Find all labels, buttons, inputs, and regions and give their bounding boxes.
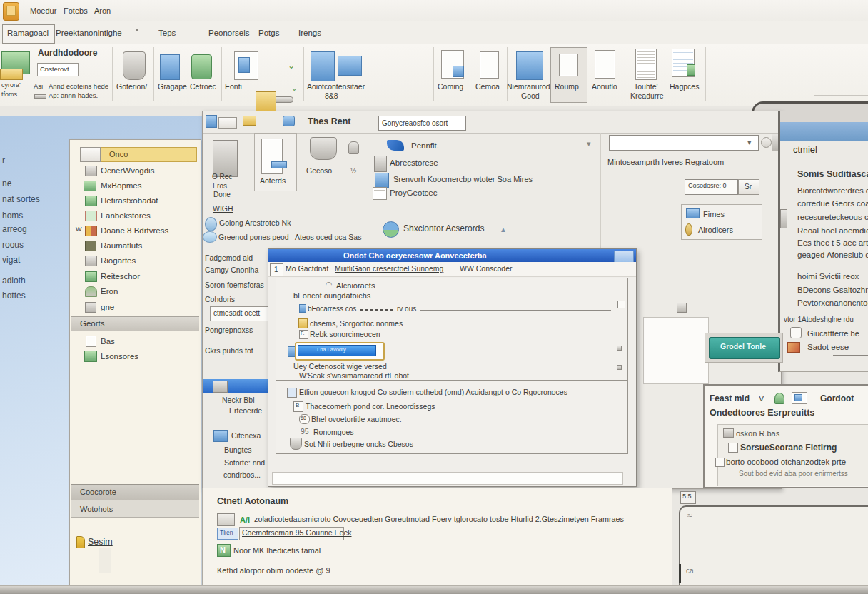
screen-icon[interactable] (338, 56, 362, 76)
funnel-icon[interactable] (310, 137, 337, 160)
mail-icon[interactable] (243, 116, 256, 126)
back-button[interactable] (80, 147, 101, 162)
person-icon[interactable] (206, 115, 217, 128)
folder-item[interactable]: Bas (101, 337, 115, 346)
option-row[interactable]: borto ocobood otchanzodtek prte (726, 458, 846, 467)
highlight-folder-icon[interactable] (256, 91, 276, 111)
combo-caret-icon[interactable]: ▾ (747, 138, 752, 146)
ribbon-button-label[interactable]: Touhte' (634, 83, 658, 91)
list-item[interactable]: Pennfit. (411, 141, 439, 151)
dialog-row[interactable]: Sot Nhli oerbegne oncks Cbesos (304, 441, 413, 449)
dialog-row[interactable]: Ronomgoes (313, 428, 354, 437)
filter-icon[interactable] (123, 51, 146, 80)
folder-item[interactable]: Riogartes (101, 256, 136, 266)
bottom-link[interactable]: zoladicotedausmicroto Covoceuedten Goreu… (254, 515, 624, 524)
v-glyph[interactable]: V (759, 394, 764, 403)
dialog-row[interactable]: Thacecomerh pond cor. Lneoordissegs (306, 403, 435, 411)
footer-bar[interactable] (272, 472, 623, 485)
folder-item[interactable]: Raumatluts (101, 241, 142, 251)
dialog-row[interactable]: Bhel ovoetortitle xautmoec. (311, 416, 402, 424)
tool-item[interactable]: Goiong Arestroteb Nk (219, 219, 291, 228)
strip-label[interactable]: Erteoerde (229, 407, 262, 416)
form-icon[interactable] (595, 50, 615, 79)
panel-item[interactable]: Sadot eese (807, 343, 849, 352)
section-item[interactable]: Rebk sonorcimeocen (310, 331, 380, 339)
monitor-icon[interactable] (516, 51, 543, 80)
list-item[interactable]: Shxclontor Acserords (403, 224, 484, 233)
tool-label[interactable]: Fros (213, 182, 227, 190)
ribbon-button-label[interactable]: Gragape (158, 83, 187, 91)
bottom-link2[interactable]: Coemofrseman 95 Gourine Eeek (242, 529, 352, 538)
cabinet-icon[interactable] (160, 54, 180, 80)
nav-edge-item[interactable]: nat sortes (2, 195, 40, 204)
menu-item[interactable]: Aron (94, 6, 111, 15)
ribbon-button-label[interactable]: Aoiotcontensitaer (307, 83, 365, 91)
nav-edge-item[interactable]: ne (2, 179, 11, 188)
nav-edge-item[interactable]: roous (2, 241, 24, 250)
option-item[interactable]: Fimes (703, 210, 725, 218)
panel-scrollbar-thumb[interactable] (780, 209, 787, 228)
option-row[interactable]: SorsueSeorane Fietirng (740, 443, 837, 453)
strip-label[interactable]: Bungtes (224, 446, 252, 455)
dialog-row[interactable]: Etlion gouecon knogod Co sodiern cothebd… (299, 388, 567, 397)
comment-icon[interactable] (283, 116, 295, 126)
tool-item[interactable]: Ateos oced oca Sas (295, 233, 361, 242)
menu-text[interactable]: MuitliGaon creserctoel Sunoemg (335, 265, 443, 273)
folder-item[interactable]: Reiteschor (101, 272, 140, 281)
list-item[interactable]: ProyGeotcec (390, 188, 437, 198)
combo-side-button[interactable] (761, 137, 772, 148)
person-box-icon[interactable] (311, 51, 335, 81)
menu-item[interactable]: Moedur (30, 6, 56, 15)
folder-item[interactable]: Fanbekstores (101, 211, 151, 221)
ribbon-button-label[interactable]: Hagpces (670, 83, 699, 91)
section-item[interactable]: chsems, Sorgodtoc nonmes (310, 320, 403, 328)
options-right-label[interactable]: Gordoot (820, 394, 854, 403)
layout-icon[interactable] (213, 140, 238, 177)
ribbon-button-label[interactable]: Eonti (225, 83, 242, 91)
small-button[interactable] (218, 117, 237, 129)
menu-text[interactable]: Mo Gactdnaf (286, 265, 328, 273)
close-button[interactable] (614, 251, 634, 263)
nav-edge-item[interactable]: homs (2, 211, 23, 221)
bottom-line[interactable]: Noor MK lhedicetis tamal (233, 546, 321, 555)
nav-edge-item[interactable]: hottes (2, 291, 26, 301)
tab-label[interactable]: Ramagoaci (7, 29, 49, 37)
flag-item-label[interactable]: Sesim (88, 538, 113, 548)
menu-item[interactable]: Fotebs (64, 6, 88, 15)
option-checkbox[interactable] (728, 443, 738, 453)
strip-label[interactable]: condrbos... (223, 471, 261, 480)
table-icon[interactable] (635, 49, 657, 80)
option-checkbox[interactable] (715, 458, 725, 467)
strip-label[interactable]: Neckr Bbi (222, 396, 255, 405)
nav-edge-item[interactable]: r (2, 156, 5, 166)
ribbon-button-label[interactable]: Roump (555, 83, 579, 91)
combo-box[interactable] (609, 135, 759, 151)
list-caret-icon[interactable]: ▾ (587, 139, 591, 148)
ribbon-button-label[interactable]: Coming (438, 83, 463, 91)
corner-check[interactable] (617, 301, 625, 308)
ribbon-button-label[interactable]: Cemoa (475, 83, 500, 91)
menu-text[interactable]: WW Conscoder (460, 265, 513, 273)
page-icon[interactable] (480, 51, 499, 79)
nav-edge-item[interactable]: vigat (2, 256, 20, 265)
list-item[interactable]: Abrecstorese (390, 158, 438, 168)
plant-icon[interactable] (774, 393, 784, 404)
tab-label[interactable]: Teps (158, 29, 176, 37)
tab-label[interactable]: Potgs (258, 29, 279, 37)
tab-label[interactable]: Irengs (298, 29, 321, 37)
folder-item[interactable]: Doane 8 Bdrtvress (101, 226, 168, 236)
strip-label[interactable]: Sotorte: nnd (224, 459, 265, 468)
folder-item[interactable]: Eron (101, 287, 118, 296)
folder-item[interactable]: Hetirastxobadat (101, 196, 158, 206)
folder-item[interactable]: gne (101, 303, 114, 312)
panel-item[interactable]: Giucattterre be (807, 329, 859, 338)
ribbon-button-label[interactable]: Niemranurod (507, 83, 550, 91)
tool-item[interactable]: Greenod pones peod (218, 233, 289, 242)
chat-icon[interactable] (191, 54, 212, 79)
ribbon-button-label[interactable]: Goterion/ (116, 83, 147, 91)
tool-label[interactable]: O Rec (212, 173, 232, 181)
ribbon-button-label[interactable]: Cetroec (190, 83, 216, 91)
list-item[interactable]: Srenvorh Koocmercbp wtoter Soa Mires (393, 175, 533, 183)
strip-label[interactable]: Citenexa (231, 432, 261, 441)
row-checkbox[interactable] (287, 388, 297, 398)
